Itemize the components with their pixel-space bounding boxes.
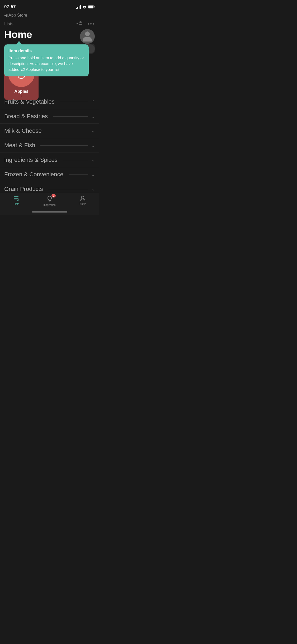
- category-divider: [48, 189, 88, 189]
- chevron-down-icon-grain: ⌄: [91, 187, 95, 192]
- battery-icon: [88, 5, 95, 8]
- category-bread[interactable]: Bread & Pastries ⌄: [0, 109, 99, 123]
- category-name-grain: Grain Products: [4, 186, 43, 192]
- svg-rect-2: [94, 6, 95, 8]
- tab-lists[interactable]: Lists: [0, 196, 33, 205]
- chevron-down-icon-ingredients: ⌄: [91, 158, 95, 163]
- category-name-ingredients: Ingredients & Spices: [4, 157, 58, 163]
- inspiration-tab-label: Inspiration: [43, 204, 55, 206]
- back-label: App Store: [8, 13, 27, 18]
- category-name-bread: Bread & Pastries: [4, 113, 48, 120]
- wifi-icon: [82, 5, 87, 8]
- category-name-frozen: Frozen & Convenience: [4, 171, 63, 178]
- more-icon[interactable]: •••: [88, 21, 95, 27]
- category-divider: [53, 116, 88, 117]
- avatar-area: [80, 29, 95, 44]
- chevron-up-icon: ⌃: [91, 99, 95, 104]
- profile-tab-icon: [80, 196, 86, 201]
- chevron-down-icon: ⌄: [91, 114, 95, 119]
- header: Home: [0, 28, 99, 44]
- category-name-meat: Meat & Fish: [4, 142, 35, 149]
- category-frozen[interactable]: Frozen & Convenience ⌄: [0, 167, 99, 182]
- status-icons: [76, 5, 95, 9]
- tab-inspiration[interactable]: 9 Inspiration: [33, 196, 66, 206]
- add-person-icon[interactable]: [77, 21, 82, 27]
- status-time: 07:57: [4, 4, 16, 10]
- tooltip-title: Item details: [8, 49, 84, 53]
- back-button[interactable]: ◀ App Store: [4, 13, 27, 18]
- tooltip-pointer: [16, 41, 22, 45]
- category-divider: [40, 145, 88, 146]
- profile-tab-label: Profile: [79, 203, 86, 205]
- lists-tab-label: Lists: [14, 203, 19, 205]
- back-arrow-icon: ◀: [4, 13, 7, 18]
- category-divider: [60, 102, 88, 102]
- category-meat[interactable]: Meat & Fish ⌄: [0, 138, 99, 153]
- category-divider: [47, 131, 88, 131]
- category-ingredients[interactable]: Ingredients & Spices ⌄: [0, 153, 99, 167]
- category-list: Fruits & Vegetables ⌃ Bread & Pastries ⌄…: [0, 95, 99, 197]
- svg-point-15: [81, 196, 84, 199]
- signal-icon: [76, 5, 81, 9]
- tab-profile[interactable]: Profile: [66, 196, 99, 205]
- tooltip-box: Item details Press and hold an item to a…: [4, 44, 89, 76]
- category-name-milk: Milk & Cheese: [4, 127, 42, 134]
- nav-bar: ◀ App Store: [0, 12, 99, 20]
- lists-header-row: Lists •••: [0, 20, 99, 28]
- lists-label: Lists: [4, 21, 13, 27]
- avatar: [80, 29, 95, 44]
- header-action-icons: •••: [77, 21, 95, 27]
- category-name-fruits: Fruits & Vegetables: [4, 98, 55, 105]
- inspiration-badge: 9: [51, 194, 56, 197]
- tooltip-body: Press and hold an item to add a quantity…: [8, 55, 84, 72]
- status-bar: 07:57: [0, 0, 99, 12]
- home-bar: [32, 211, 67, 213]
- category-milk[interactable]: Milk & Cheese ⌄: [0, 123, 99, 138]
- category-divider: [69, 174, 88, 175]
- chevron-down-icon-meat: ⌄: [91, 143, 95, 148]
- chevron-down-icon-milk: ⌄: [91, 128, 95, 134]
- apple-name: Apples: [14, 89, 28, 94]
- page-title: Home: [4, 29, 32, 40]
- lists-tab-icon: [13, 196, 20, 201]
- svg-rect-1: [88, 6, 93, 8]
- inspiration-badge-container: 9: [46, 196, 53, 203]
- category-divider: [63, 160, 88, 160]
- category-fruits[interactable]: Fruits & Vegetables ⌃: [0, 95, 99, 109]
- chevron-down-icon-frozen: ⌄: [91, 172, 95, 177]
